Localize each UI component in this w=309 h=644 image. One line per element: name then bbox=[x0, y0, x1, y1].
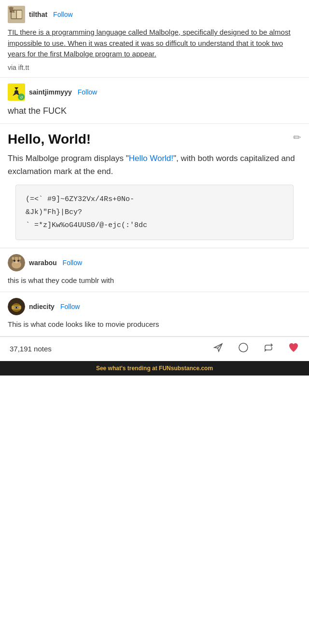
avatar-tilthat: RE bbox=[8, 6, 25, 23]
follow-button-ndiecity[interactable]: Follow bbox=[60, 303, 80, 310]
user-header-warabou: warabou Follow bbox=[8, 254, 301, 271]
username-saintjimmyyy: saintjimmyyy bbox=[29, 88, 72, 96]
notes-count: 37,191 notes bbox=[10, 345, 52, 353]
svg-point-19 bbox=[15, 261, 18, 263]
code-line-1: (=<` #9]~6ZY32Vx/4Rs+0No- bbox=[26, 193, 283, 206]
user-header-ndiecity: ndiecity Follow bbox=[8, 298, 301, 315]
post-text-saintjimmyyy: what the FUCK bbox=[8, 105, 301, 118]
reblog-icon[interactable] bbox=[263, 342, 274, 356]
post-text-ndiecity: This is what code looks like to movie pr… bbox=[8, 319, 301, 330]
username-warabou: warabou bbox=[29, 259, 57, 267]
post-warabou: warabou Follow this is what they code tu… bbox=[0, 248, 309, 293]
via-text: via ift.tt bbox=[8, 64, 301, 71]
post-saintjimmyyy: ↺ saintjimmyyy Follow what the FUCK bbox=[0, 78, 309, 124]
hello-world-header: Hello, World! ✏ bbox=[8, 132, 301, 147]
svg-point-17 bbox=[14, 260, 15, 262]
avatar-warabou bbox=[8, 254, 25, 271]
code-line-3: ` =*z]Kw%oG4UUS0/@-ejc(:'8dc bbox=[26, 219, 283, 232]
follow-button-warabou[interactable]: Follow bbox=[63, 259, 82, 267]
via-link[interactable]: via ift.tt bbox=[8, 64, 29, 71]
follow-button-tilthat[interactable]: Follow bbox=[53, 11, 72, 18]
avatar-ndiecity bbox=[8, 298, 25, 315]
hello-world-card: Hello, World! ✏ This Malbolge program di… bbox=[0, 124, 309, 248]
svg-rect-3 bbox=[17, 11, 22, 18]
follow-button-saintjimmyyy[interactable]: Follow bbox=[78, 88, 97, 96]
svg-point-25 bbox=[14, 307, 16, 309]
post-text-tilthat: TIL there is a programming language call… bbox=[8, 27, 301, 60]
funsubstance-brand: FUNsubstance.com bbox=[159, 365, 213, 372]
svg-point-16 bbox=[19, 257, 21, 260]
user-header-tilthat: RE tilthat Follow bbox=[8, 6, 301, 23]
hello-world-description: This Malbolge program displays "Hello Wo… bbox=[8, 152, 301, 178]
heart-icon[interactable] bbox=[288, 342, 299, 356]
user-header-saintjimmyyy: ↺ saintjimmyyy Follow bbox=[8, 83, 301, 101]
username-ndiecity: ndiecity bbox=[29, 303, 55, 310]
send-icon[interactable] bbox=[212, 342, 224, 356]
code-line-2: &Jk)"Fh}|Bcy? bbox=[26, 206, 283, 219]
edit-icon[interactable]: ✏ bbox=[293, 132, 301, 143]
svg-text:↺: ↺ bbox=[20, 95, 23, 100]
username-tilthat: tilthat bbox=[29, 11, 47, 18]
avatar-saintjimmyyy: ↺ bbox=[8, 83, 25, 101]
hello-world-title: Hello, World! bbox=[8, 132, 91, 147]
action-row: 37,191 notes bbox=[0, 336, 309, 361]
post-text-link-tilthat: TIL there is a programming language call… bbox=[8, 28, 291, 58]
post-tilthat: RE tilthat Follow TIL there is a program… bbox=[0, 0, 309, 78]
desc-highlight: Hello World! bbox=[129, 154, 173, 163]
comment-icon[interactable] bbox=[238, 342, 249, 356]
desc-prefix: This Malbolge program displays " bbox=[8, 154, 129, 163]
post-ndiecity: ndiecity Follow This is what code looks … bbox=[0, 292, 309, 336]
svg-point-26 bbox=[17, 307, 19, 309]
funsubstance-prefix: See what's trending at bbox=[96, 365, 159, 372]
code-block: (=<` #9]~6ZY32Vx/4Rs+0No- &Jk)"Fh}|Bcy? … bbox=[15, 185, 294, 240]
svg-point-15 bbox=[12, 257, 14, 260]
svg-text:RE: RE bbox=[10, 9, 15, 13]
svg-point-28 bbox=[239, 343, 248, 352]
post-text-warabou: this is what they code tumblr with bbox=[8, 275, 301, 286]
funsubstance-bar: See what's trending at FUNsubstance.com bbox=[0, 361, 309, 376]
svg-point-18 bbox=[17, 260, 19, 262]
funsubstance-text: See what's trending at FUNsubstance.com bbox=[96, 365, 213, 372]
